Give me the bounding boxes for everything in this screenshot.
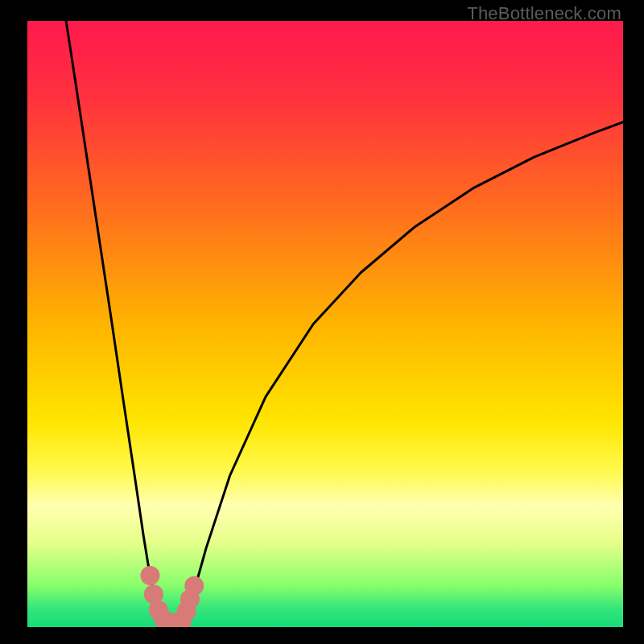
- watermark-text: TheBottleneck.com: [467, 3, 621, 24]
- plot-area: [27, 21, 623, 627]
- svg-rect-0: [27, 21, 623, 627]
- gradient-background: [27, 21, 623, 627]
- chart-frame: TheBottleneck.com: [0, 0, 644, 644]
